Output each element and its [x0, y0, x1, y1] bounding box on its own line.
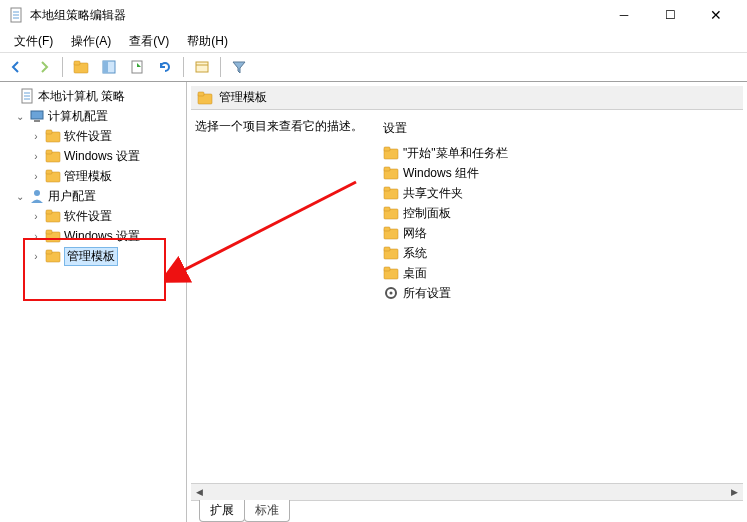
app-icon	[8, 7, 24, 23]
folder-icon	[45, 248, 61, 264]
expander-icon[interactable]: ›	[30, 231, 42, 242]
list-item[interactable]: Windows 组件	[383, 163, 739, 183]
tree-label: 管理模板	[64, 168, 112, 185]
list-item[interactable]: 桌面	[383, 263, 739, 283]
tree-user-config[interactable]: ⌄ 用户配置	[2, 186, 184, 206]
folder-title: 管理模板	[219, 89, 267, 106]
refresh-button[interactable]	[153, 55, 177, 79]
tree-label: 本地计算机 策略	[38, 88, 125, 105]
tree-label: 计算机配置	[48, 108, 108, 125]
menu-file[interactable]: 文件(F)	[6, 31, 61, 52]
scroll-left-icon[interactable]: ◀	[191, 484, 208, 501]
titlebar: 本地组策略编辑器 ─ ☐ ✕	[0, 0, 747, 30]
tree-label: 用户配置	[48, 188, 96, 205]
list-item-label: 控制面板	[403, 205, 451, 222]
folder-icon	[383, 245, 399, 261]
expander-icon[interactable]: ⌄	[14, 191, 26, 202]
list-item[interactable]: 网络	[383, 223, 739, 243]
folder-icon	[383, 145, 399, 161]
menubar: 文件(F) 操作(A) 查看(V) 帮助(H)	[0, 30, 747, 52]
properties-button[interactable]	[190, 55, 214, 79]
tree-computer-config[interactable]: ⌄ 计算机配置	[2, 106, 184, 126]
tree-item-admin-templates[interactable]: ›管理模板	[2, 246, 184, 266]
folder-icon	[383, 225, 399, 241]
expander-icon[interactable]: ›	[30, 151, 42, 162]
tab-extended[interactable]: 扩展	[199, 500, 245, 522]
tree-label: Windows 设置	[64, 148, 140, 165]
tree-item-admin-templates[interactable]: ›管理模板	[2, 166, 184, 186]
list-item-label: 系统	[403, 245, 427, 262]
tree-label: 管理模板	[64, 247, 118, 266]
toolbar	[0, 52, 747, 82]
window-title: 本地组策略编辑器	[30, 7, 601, 24]
folder-tree-button[interactable]	[69, 55, 93, 79]
folder-header: 管理模板	[191, 86, 743, 110]
folder-icon	[197, 90, 213, 106]
expander-icon[interactable]: ›	[30, 131, 42, 142]
export-button[interactable]	[125, 55, 149, 79]
folder-icon	[45, 128, 61, 144]
list-item-label: 所有设置	[403, 285, 451, 302]
menu-action[interactable]: 操作(A)	[63, 31, 119, 52]
folder-icon	[45, 148, 61, 164]
menu-help[interactable]: 帮助(H)	[179, 31, 236, 52]
horizontal-scrollbar[interactable]: ◀ ▶	[191, 483, 743, 500]
computer-icon	[29, 108, 45, 124]
back-button[interactable]	[4, 55, 28, 79]
tab-standard[interactable]: 标准	[244, 500, 290, 522]
description-text: 选择一个项目来查看它的描述。	[195, 118, 367, 479]
filter-button[interactable]	[227, 55, 251, 79]
tree-item-windows[interactable]: ›Windows 设置	[2, 226, 184, 246]
expander-icon[interactable]: ›	[30, 211, 42, 222]
folder-icon	[45, 168, 61, 184]
list-item-label: "开始"菜单和任务栏	[403, 145, 508, 162]
list-item-label: Windows 组件	[403, 165, 479, 182]
folder-icon	[45, 228, 61, 244]
list-item-label: 网络	[403, 225, 427, 242]
tree-item-software[interactable]: ›软件设置	[2, 206, 184, 226]
show-hide-button[interactable]	[97, 55, 121, 79]
folder-icon	[383, 265, 399, 281]
list-item[interactable]: 共享文件夹	[383, 183, 739, 203]
folder-icon	[383, 165, 399, 181]
svg-rect-14	[196, 62, 208, 72]
toolbar-separator	[183, 57, 184, 77]
folder-icon	[383, 185, 399, 201]
folder-icon	[383, 205, 399, 221]
tree-item-software[interactable]: ›软件设置	[2, 126, 184, 146]
toolbar-separator	[62, 57, 63, 77]
list-item[interactable]: 系统	[383, 243, 739, 263]
maximize-button[interactable]: ☐	[647, 0, 693, 30]
gear-icon	[383, 285, 399, 301]
scroll-right-icon[interactable]: ▶	[726, 484, 743, 501]
tree-label: Windows 设置	[64, 228, 140, 245]
tree-label: 软件设置	[64, 208, 112, 225]
expander-icon[interactable]: ›	[30, 251, 42, 262]
tree-pane: ▸ 本地计算机 策略 ⌄ 计算机配置 ›软件设置	[0, 82, 187, 522]
folder-icon	[45, 208, 61, 224]
svg-rect-12	[103, 61, 108, 73]
list-header: 设置	[383, 118, 739, 143]
tabbar: 扩展 标准	[191, 500, 743, 522]
forward-button[interactable]	[32, 55, 56, 79]
list-item[interactable]: 控制面板	[383, 203, 739, 223]
tree-root[interactable]: ▸ 本地计算机 策略	[2, 86, 184, 106]
close-button[interactable]: ✕	[693, 0, 739, 30]
list-item-label: 桌面	[403, 265, 427, 282]
settings-list: 设置 "开始"菜单和任务栏Windows 组件共享文件夹控制面板网络系统桌面所有…	[383, 118, 739, 479]
document-icon	[19, 88, 35, 104]
expander-icon[interactable]: ›	[30, 171, 42, 182]
tree-item-windows[interactable]: ›Windows 设置	[2, 146, 184, 166]
details-pane: 管理模板 选择一个项目来查看它的描述。 设置 "开始"菜单和任务栏Windows…	[187, 82, 747, 522]
tree-label: 软件设置	[64, 128, 112, 145]
menu-view[interactable]: 查看(V)	[121, 31, 177, 52]
list-item[interactable]: "开始"菜单和任务栏	[383, 143, 739, 163]
list-item-label: 共享文件夹	[403, 185, 463, 202]
expander-icon[interactable]: ⌄	[14, 111, 26, 122]
minimize-button[interactable]: ─	[601, 0, 647, 30]
list-item[interactable]: 所有设置	[383, 283, 739, 303]
toolbar-separator	[220, 57, 221, 77]
user-icon	[29, 188, 45, 204]
